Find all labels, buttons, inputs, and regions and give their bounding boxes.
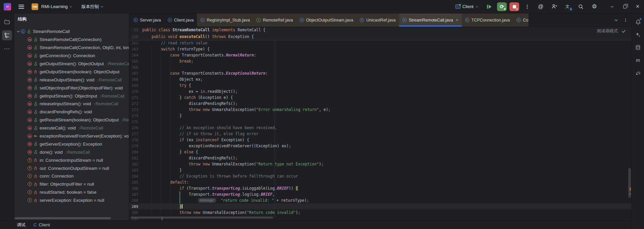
structure-item[interactable]: fin: ConnectionInputStream = null — [14, 156, 129, 164]
code-line[interactable]: 289 } — [129, 203, 632, 209]
code-line[interactable]: 53public class StreamRemoteCall implemen… — [129, 27, 632, 34]
gradle-icon[interactable] — [634, 69, 642, 77]
close-icon[interactable]: × — [456, 17, 458, 23]
vcs-menu[interactable]: 版本控制 — [82, 4, 103, 10]
code-with-me-icon[interactable] — [551, 3, 557, 10]
code-line[interactable]: 287 Transport.transportLog.log(Log.BRIEF… — [129, 191, 632, 197]
more-tool-windows-icon[interactable]: ⋯ — [2, 44, 12, 54]
more-run-actions-icon[interactable] — [524, 3, 531, 10]
code-line[interactable]: 267 case TransportConstants.ExceptionalR… — [129, 70, 632, 76]
structure-item[interactable]: fout: ConnectionOutputStream = null — [14, 164, 129, 172]
structure-horizontal-scrollbar[interactable] — [15, 217, 111, 219]
code-line[interactable]: 272 discardPendingRefs(); — [129, 101, 632, 107]
private-visibility-icon — [34, 166, 37, 170]
run-configuration-selector[interactable]: Client — [455, 4, 478, 9]
project-selector[interactable]: RMI-Learning — [41, 4, 72, 9]
editor-tab[interactable]: CCo — [513, 13, 529, 27]
structure-item[interactable]: mexecuteCall(): void↑RemoteCall — [14, 124, 129, 132]
code-line[interactable]: 273 throw new UnmarshalException("Error … — [129, 107, 632, 113]
structure-item[interactable]: fconn: Connection — [14, 172, 129, 180]
code-line[interactable]: 271 } catch (Exception e) { — [129, 94, 632, 101]
code-line[interactable]: 276 // An exception should have been rec… — [129, 125, 632, 131]
code-line[interactable]: 290 throw new UnmarshalException("Return… — [129, 209, 632, 216]
code-line[interactable]: 269 try { — [129, 82, 632, 88]
code-line[interactable]: 266 — [129, 64, 632, 70]
code-line[interactable]: 229 public void executeCall() throws Exc… — [129, 34, 632, 40]
structure-item[interactable]: mgetInputStream(): ObjectInput↑RemoteCal… — [14, 92, 129, 100]
code-line[interactable]: 283 } — [129, 167, 632, 173]
structure-item[interactable]: fserverException: Exception = null — [14, 196, 129, 204]
code-line[interactable]: 264 case TransportConstants.NormalReturn… — [129, 52, 632, 58]
ai-assistant-icon[interactable] — [634, 30, 642, 39]
structure-item[interactable]: mgetOutputStream(): ObjectOutput↑RemoteC… — [14, 60, 129, 68]
debug-tab[interactable]: 调试 — [17, 222, 26, 228]
search-everywhere-icon[interactable] — [578, 3, 584, 10]
structure-item[interactable]: mreleaseOutputStream(): void↑RemoteCall — [14, 76, 129, 84]
code-line[interactable]: 270 ex = in.readObject(); — [129, 88, 632, 94]
structure-item[interactable]: mStreamRemoteCall(Connection, ObjID, int… — [14, 44, 129, 52]
maximize-button[interactable] — [618, 0, 631, 13]
stop-button[interactable]: 2 — [509, 2, 519, 11]
code-line[interactable]: 281 discardPendingRefs(); — [129, 155, 632, 161]
maven-icon[interactable]: m — [634, 56, 642, 65]
structure-item[interactable]: mreleaseInputStream(): void↑RemoteCall — [14, 100, 129, 108]
minimize-button[interactable]: − — [606, 0, 618, 13]
close-button[interactable]: × — [631, 0, 644, 13]
structure-item[interactable]: mexceptionReceivedFromServer(Exception):… — [14, 132, 129, 140]
code-token: BRIEF — [277, 186, 289, 191]
code-line[interactable]: 286 if (Transport.transportLog.isLoggabl… — [129, 185, 632, 191]
code-line[interactable]: 262 // read return value — [129, 40, 632, 46]
debug-session-tab[interactable]: C Client — [34, 222, 50, 227]
code-line[interactable]: 282 throw new UnmarshalException("Return… — [129, 161, 632, 167]
rerun-button[interactable]: ⟳⚙ — [497, 2, 507, 11]
editor-tab[interactable]: CRegistryImpl_Stub.java — [197, 13, 253, 27]
code-line[interactable]: 284 // Exception is thrown before fallth… — [129, 173, 632, 179]
settings-gear-icon[interactable]: ⚙ — [591, 3, 598, 10]
editor-tab[interactable]: CStreamRemoteCall.java× — [399, 13, 462, 27]
editor-tab[interactable]: CClient.java — [164, 13, 197, 27]
editor-tab[interactable]: CObjectOutputStream.java — [296, 13, 356, 27]
structure-item[interactable]: mgetConnection(): Connection — [14, 52, 129, 60]
resume-program-button[interactable] — [487, 5, 492, 9]
parameter-inlay-hint: message: — [198, 198, 216, 203]
structure-item[interactable]: CStreamRemoteCall — [14, 28, 129, 36]
code-line[interactable]: 279 exceptionReceivedFromServer((Excepti… — [129, 143, 632, 149]
structure-item[interactable]: mdone(): void↑RemoteCall — [14, 148, 129, 156]
code-line[interactable]: 263 switch (returnType) { — [129, 46, 632, 52]
code-line[interactable]: 285 default: — [129, 179, 632, 185]
code-line[interactable]: 275 — [129, 119, 632, 125]
code-line[interactable]: 278 if (ex instanceof Exception) { — [129, 137, 632, 143]
ai-assistant-titlebar-icon[interactable]: @ — [537, 3, 544, 10]
code-line[interactable]: 277 // if so throw it, else flag error — [129, 131, 632, 137]
code-line[interactable]: 265 break; — [129, 58, 632, 64]
editor-horizontal-scrollbar[interactable] — [131, 217, 273, 219]
code-line[interactable]: 274 } — [129, 113, 632, 119]
structure-item[interactable]: mgetOutputStream(boolean): ObjectOutput — [14, 68, 129, 76]
editor-tab[interactable]: CServer.java — [130, 13, 164, 27]
editor-tab[interactable]: IRemoteRef.java — [253, 13, 296, 27]
hidden-tabs-chevron-icon[interactable] — [614, 18, 618, 22]
structure-item[interactable]: mgetServerException(): Exception — [14, 140, 129, 148]
notifications-bell-icon[interactable] — [634, 17, 642, 26]
reader-mode-toggle[interactable]: 阅读器模式 — [597, 28, 618, 34]
editor-tab[interactable]: CTCPConnection.java — [462, 13, 513, 27]
code-editor[interactable]: 262 // read return value263 switch (retu… — [129, 40, 632, 220]
structure-item[interactable]: ffilter: ObjectInputFilter = null — [14, 180, 129, 188]
main-menu-icon[interactable] — [18, 5, 24, 9]
code-line[interactable]: 288 message: "return code invalid: " + r… — [129, 197, 632, 203]
structure-tool-icon[interactable] — [2, 30, 12, 40]
code-line[interactable]: 268 Object ex; — [129, 76, 632, 82]
code-line[interactable]: 280 } else { — [129, 149, 632, 155]
structure-item[interactable]: mgetResultStream(boolean): ObjectOutput↑… — [14, 116, 129, 124]
structure-item[interactable]: mdiscardPendingRefs(): void — [14, 108, 129, 116]
structure-item[interactable]: fresultStarted: boolean = false — [14, 188, 129, 196]
tab-options-icon[interactable] — [624, 18, 628, 22]
project-folder-icon[interactable] — [2, 17, 12, 27]
structure-item[interactable]: mStreamRemoteCall(Connection) — [14, 36, 129, 44]
database-icon[interactable] — [634, 43, 642, 52]
inspections-ok-check-icon[interactable] — [621, 29, 626, 34]
editor-tab[interactable]: CUnicastRef.java — [356, 13, 399, 27]
translate-icon[interactable]: 文A — [564, 3, 571, 10]
structure-item[interactable]: msetObjectInputFilter(ObjectInputFilter)… — [14, 84, 129, 92]
chevron-expanded-icon[interactable] — [15, 29, 21, 34]
